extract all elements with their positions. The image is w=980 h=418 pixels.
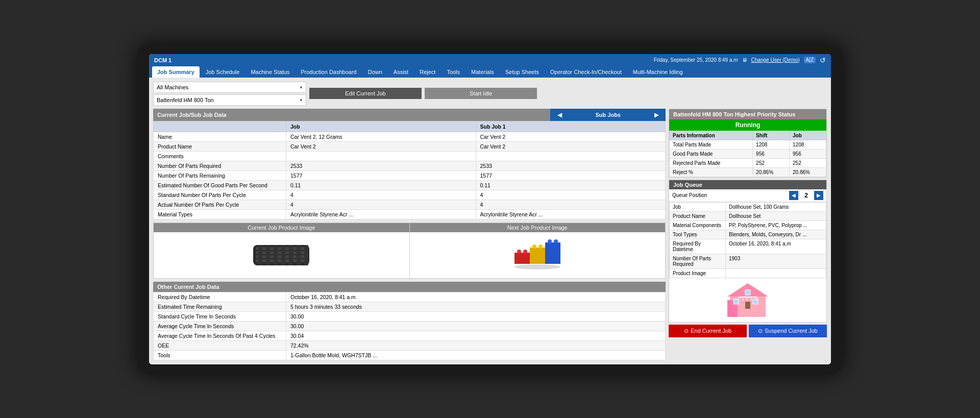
job-row-label: Material Types: [154, 209, 286, 219]
job-row-label: Name: [154, 132, 286, 141]
sub-jobs-prev-arrow[interactable]: ◀: [554, 110, 565, 120]
other-job-row-label: Average Cycle Time In Seconds Of Past 4 …: [154, 331, 286, 340]
other-job-row-value: 30.00: [286, 311, 666, 321]
nav-job-schedule[interactable]: Job Schedule: [201, 66, 245, 78]
svg-point-21: [514, 264, 560, 269]
queue-next-arrow[interactable]: ▶: [814, 191, 823, 200]
stop-icon: ⊙: [684, 328, 689, 334]
svg-rect-29: [739, 297, 757, 298]
parts-row-shift: 1208: [753, 140, 790, 149]
nav-materials[interactable]: Materials: [466, 66, 499, 78]
queue-info-row: Job Dollhouse Set, 100 Grams: [670, 202, 826, 211]
language-badge[interactable]: A|Z: [804, 57, 816, 63]
nav-tools[interactable]: Tools: [442, 66, 465, 78]
queue-prev-arrow[interactable]: ◀: [789, 191, 798, 200]
all-machines-dropdown-wrapper: All Machines: [153, 82, 306, 93]
svg-rect-33: [751, 297, 751, 301]
current-job-image-panel: Current Job Product Image: [154, 223, 409, 278]
machine-selects: All Machines Battenfeld HM 800 Ton: [153, 82, 306, 106]
parts-col-shift: Shift: [753, 131, 790, 140]
parts-row-job: 956: [790, 149, 826, 158]
next-job-image-panel: Next Job Product Image: [410, 223, 666, 278]
refresh-icon[interactable]: ↺: [820, 56, 826, 64]
parts-info-table: Parts Information Shift Job Total Parts …: [669, 131, 826, 177]
parts-info-row: Rejected Parts Made 252 252: [670, 158, 826, 167]
left-panel: Current Job/Sub Job Data ◀ Sub Jobs ▶: [153, 109, 666, 360]
main-layout: Current Job/Sub Job Data ◀ Sub Jobs ▶: [153, 109, 827, 360]
top-bar-right: Friday, September 25, 2020 8:49 a.m 🖥 Ch…: [654, 56, 826, 64]
job-table-row: Product Name Car Vent 2 Car Vent 2: [154, 141, 666, 151]
queue-product-image-label: Product Image: [670, 268, 726, 278]
svg-rect-11: [304, 245, 308, 265]
nav-down[interactable]: Down: [363, 66, 387, 78]
status-running-badge: Running: [669, 119, 826, 131]
car-vent-image: [251, 240, 312, 271]
suspend-current-job-button[interactable]: ⊙ Suspend Current Job: [749, 325, 827, 337]
nav-multi-machine[interactable]: Multi-Machine Idling: [628, 66, 688, 78]
machine-model-dropdown[interactable]: Battenfeld HM 800 Ton: [153, 94, 306, 106]
other-job-data-section: Other Current Job Data Required By Datet…: [153, 282, 666, 360]
dollhouse-image-container: [669, 278, 826, 322]
svg-rect-5: [258, 245, 262, 265]
job-row-job-value: 4: [286, 190, 476, 200]
nav-machine-status[interactable]: Machine Status: [246, 66, 295, 78]
nav-job-summary[interactable]: Job Summary: [152, 66, 200, 78]
current-job-title: Current Job/Sub Job Data: [153, 110, 550, 120]
parts-row-job: 1208: [790, 140, 826, 149]
pause-icon: ⊙: [758, 328, 763, 334]
job-row-label: Number Of Parts Remaining: [154, 170, 286, 180]
parts-row-label: Reject %: [670, 167, 753, 177]
job-row-subjob-value: 2533: [476, 161, 666, 170]
job-queue-header: Job Queue: [669, 180, 826, 189]
right-panel: Battenfeld HM 800 Ton Highest Priority S…: [669, 109, 827, 360]
nav-production-dashboard[interactable]: Production Dashboard: [296, 66, 361, 78]
job-row-subjob-value: 4: [476, 190, 666, 200]
queue-row-label: Material Components: [670, 220, 726, 230]
parts-col-label: Parts Information: [670, 131, 753, 140]
edit-current-job-button[interactable]: Edit Current Job: [309, 88, 422, 99]
nav-reject[interactable]: Reject: [414, 66, 440, 78]
other-job-row-value: 5 hours 3 minutes 33 seconds: [286, 302, 666, 311]
job-row-label: Standard Number Of Parts Per Cycle: [154, 190, 286, 200]
queue-info-row: Product Name Dollhouse Set: [670, 211, 826, 220]
machine-status-header: Battenfeld HM 800 Ton Highest Priority S…: [669, 109, 826, 119]
nav-operator-checkin[interactable]: Operator Check-In/Checkout: [545, 66, 627, 78]
parts-row-shift: 956: [753, 149, 790, 158]
nav-assist[interactable]: Assist: [388, 66, 413, 78]
job-row-job-value: Car Vent 2, 12 Grams: [286, 132, 476, 141]
queue-row-value: Dollhouse Set, 100 Grams: [726, 202, 826, 211]
job-table-row: Comments: [154, 151, 666, 161]
other-job-table-row: Average Cycle Time In Seconds 30.00: [154, 321, 666, 331]
change-user-link[interactable]: Change User (Demo): [751, 57, 800, 63]
queue-row-label: Number Of Parts Required: [670, 254, 726, 268]
sub-jobs-next-arrow[interactable]: ▶: [651, 110, 662, 120]
col-header-job: Job: [286, 121, 476, 132]
svg-rect-19: [548, 239, 552, 243]
parts-row-job: 252: [790, 158, 826, 167]
queue-info-row: Material Components PP, PolyStyrene, PVC…: [670, 220, 826, 230]
parts-row-shift: 20.86%: [753, 167, 790, 177]
col-header-subjob1: Sub Job 1: [476, 121, 666, 132]
queue-row-label: Tool Types: [670, 230, 726, 239]
all-machines-dropdown[interactable]: All Machines: [153, 82, 306, 93]
other-job-row-value: 72.42%: [286, 340, 666, 350]
queue-info-row: Tool Types Blenders, Molds, Conveyors, D…: [670, 230, 826, 239]
job-table-row: Standard Number Of Parts Per Cycle 4 4: [154, 190, 666, 200]
queue-row-value: October 16, 2020, 8:41 a.m: [726, 239, 826, 254]
suspend-job-label: Suspend Current Job: [765, 328, 818, 334]
job-table-row: Name Car Vent 2, 12 Grams Car Vent 2: [154, 132, 666, 141]
other-job-row-label: Standard Cycle Time In Seconds: [154, 311, 286, 321]
current-job-image-body: [154, 232, 409, 278]
other-job-row-value: 30.04: [286, 331, 666, 340]
svg-rect-17: [538, 244, 543, 249]
start-idle-button[interactable]: Start Idle: [425, 88, 537, 99]
current-job-table: Job Sub Job 1 Name Car Vent 2, 12 Grams …: [153, 121, 666, 219]
end-current-job-button[interactable]: ⊙ End Current Job: [669, 325, 747, 337]
job-row-subjob-value: 4: [476, 200, 666, 209]
job-row-subjob-value: 1577: [476, 170, 666, 180]
svg-rect-6: [266, 245, 270, 265]
nav-setup-sheets[interactable]: Setup Sheets: [500, 66, 544, 78]
svg-rect-27: [753, 299, 758, 304]
parts-row-label: Good Parts Made: [670, 149, 753, 158]
queue-info-table: Job Dollhouse Set, 100 Grams Product Nam…: [669, 202, 826, 278]
